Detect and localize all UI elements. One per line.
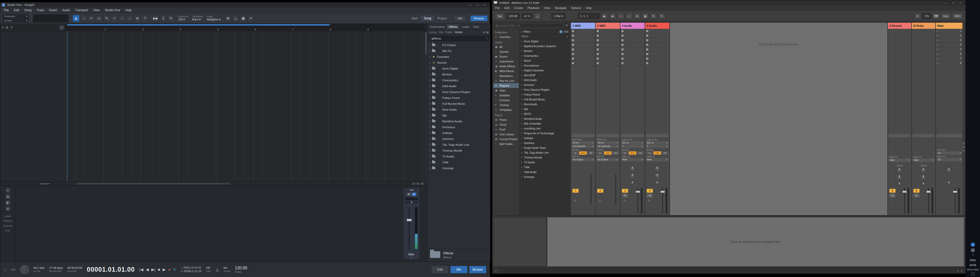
clock-date[interactable]: 04.07.2024 [967, 268, 978, 271]
solo-button[interactable]: S [412, 193, 416, 196]
menu-item[interactable]: Studio One [102, 8, 123, 12]
clip-slot[interactable] [596, 56, 620, 61]
menu-item[interactable]: View [542, 6, 553, 9]
browser-folder-row[interactable]: ▸ TX Audio [428, 154, 490, 159]
computer-midi-keyboard-icon[interactable]: ⌨ [933, 13, 939, 19]
maximize-icon[interactable]: □ [474, 2, 481, 7]
expand-chevron-icon[interactable]: ▸ [522, 147, 522, 149]
clip-slot[interactable] [645, 43, 670, 47]
expand-chevron-icon[interactable]: ▸ [522, 89, 522, 91]
play-button[interactable]: ▶ [601, 13, 608, 19]
monitor-in[interactable]: In [572, 151, 579, 155]
clip-slot[interactable] [645, 61, 670, 65]
pan-slider[interactable] [405, 202, 418, 203]
track-list[interactable] [0, 31, 66, 182]
clip-slot[interactable] [620, 43, 645, 47]
vendor-folder-row[interactable]: ▸ Tritik [519, 165, 570, 169]
sidebar-item-place[interactable]: ☁ Cloud [493, 122, 519, 127]
monitor-auto[interactable]: Auto [604, 151, 611, 155]
timebase-group[interactable]: Timebase Bars ▾ [192, 15, 203, 21]
sort-option[interactable]: Vendor [455, 31, 463, 34]
clip-slot[interactable] [620, 56, 645, 61]
send-a-knob[interactable] [921, 168, 926, 173]
vendor-folder-row[interactable]: ▸ Decomposer [519, 63, 570, 68]
clip-slot[interactable] [596, 52, 620, 56]
precount-display[interactable]: Off Sync [206, 266, 211, 273]
tray-expand-icon[interactable]: ^ [972, 254, 974, 257]
clip-slot[interactable] [620, 52, 645, 56]
name-column-header[interactable]: Name ▴ [519, 34, 570, 39]
timeline-ruler[interactable]: 23456789 [66, 24, 425, 31]
fader-cap[interactable] [953, 191, 957, 193]
expand-chevron-icon[interactable]: ▸ [430, 97, 432, 99]
loop-range-bar[interactable] [67, 24, 330, 25]
tempo-display[interactable]: 120.00 Tempo [235, 266, 247, 274]
filter-toggle-icon[interactable]: ▼ [565, 23, 569, 28]
return-activator-button[interactable]: B [913, 189, 920, 193]
clip-slot[interactable] [620, 61, 645, 65]
expand-chevron-icon[interactable]: ▸ [430, 50, 432, 52]
loop-locators[interactable]: L00001.01.01.00 R00008.01.01.00 [181, 266, 202, 273]
input-channel-chooser[interactable]: 1▼ [621, 145, 644, 148]
expand-chevron-icon[interactable]: ▸ [522, 103, 522, 105]
expand-chevron-icon[interactable]: ▸ [522, 59, 522, 62]
track-list-icon[interactable]: ≡ [2, 26, 3, 29]
track-activator-button[interactable]: 3 [622, 189, 628, 193]
language-indicator[interactable]: ENG [970, 259, 976, 262]
forward-icon[interactable]: ▶| [151, 268, 155, 272]
scene-launch-icon[interactable]: ▷ [937, 44, 939, 46]
loop-toggle-icon[interactable]: ↻ [650, 13, 657, 19]
time-signature-display[interactable]: 4/4 Timing [223, 266, 230, 273]
browser-tab[interactable]: Instruments [428, 24, 447, 29]
scene-launch-icon[interactable]: ▷ [937, 39, 939, 41]
view-button[interactable]: Browse [469, 266, 486, 273]
key-map-button[interactable]: Key [941, 13, 951, 19]
sidebar-item[interactable]: ▣ Clips [493, 88, 519, 93]
return-activator-button[interactable]: A [889, 189, 896, 193]
scene-launch-icon[interactable]: ▷ [937, 62, 939, 64]
menu-item[interactable]: Navigate [552, 6, 569, 9]
expand-chevron-icon[interactable]: ▸ [430, 126, 432, 128]
expand-chevron-icon[interactable]: ▸ [522, 142, 522, 144]
return-track-header[interactable]: B Delay [912, 23, 935, 29]
browser-search-box[interactable]: × [428, 36, 489, 41]
clip-slot[interactable] [571, 56, 595, 61]
expand-chevron-icon[interactable]: ▸ [522, 45, 522, 47]
pan-knob[interactable] [897, 182, 901, 186]
capture-midi-icon[interactable]: ◉ [642, 13, 649, 19]
expand-chevron-icon[interactable]: ▸ [522, 98, 522, 100]
sidebar-item[interactable]: ~ Grooves [493, 98, 519, 103]
ableton-titlebar[interactable]: Untitled - Ableton Live 12 Suite — □ × [492, 0, 966, 5]
output-type-chooser[interactable]: No Output▼ [572, 158, 594, 161]
listen-tool-icon[interactable]: ♪ [126, 15, 133, 22]
secondary-time-display[interactable]: 00:00:00:00 Seconds [67, 266, 82, 273]
expand-chevron-icon[interactable]: ▸ [522, 176, 522, 178]
metronome-icon[interactable]: △ [232, 15, 239, 22]
input-channel-chooser[interactable]: 1▼ [646, 145, 669, 148]
view-button[interactable]: Mix [450, 266, 467, 273]
output-type-chooser[interactable]: No Output▼ [597, 158, 619, 161]
notification-center-icon[interactable] [971, 273, 975, 275]
sidebar-item-place[interactable]: ▥ User Library [493, 132, 519, 136]
vendor-folder-row[interactable]: ▸ Kiive Audio [519, 102, 570, 106]
close-icon[interactable]: × [481, 2, 488, 7]
monitor-in[interactable]: In [646, 151, 653, 155]
browser-folder-row[interactable]: ▸ Mix FX [428, 48, 490, 54]
send-a-knob[interactable] [630, 166, 635, 171]
session-drop-zone[interactable]: Drop Files and Devices Here [670, 23, 887, 215]
browser-folder-row[interactable]: ▸ Thomas Mundt [428, 147, 490, 154]
expand-chevron-icon[interactable]: ▸ [522, 112, 522, 115]
filters-edit-button[interactable]: Edit [564, 30, 568, 33]
menu-item[interactable]: Edit [11, 8, 22, 12]
browser-folder-row[interactable]: ▸ FX Chains [428, 42, 490, 48]
paint-tool-icon[interactable]: ✎ [103, 15, 110, 22]
browser-folder-row[interactable]: ▸ Sonimus [428, 136, 490, 142]
time-signature-field[interactable]: 4 / 4 [522, 13, 532, 19]
browser-folder-row[interactable]: ▸ Nembrini Audio [428, 118, 490, 124]
record-button[interactable]: ● [168, 268, 170, 272]
zoom-out-icon[interactable]: — [412, 182, 415, 185]
monitor-in[interactable]: In [621, 151, 628, 155]
record-button[interactable]: ● [617, 13, 624, 19]
monitor-off[interactable]: Off [587, 151, 594, 155]
click-icon[interactable]: △ [216, 268, 219, 272]
